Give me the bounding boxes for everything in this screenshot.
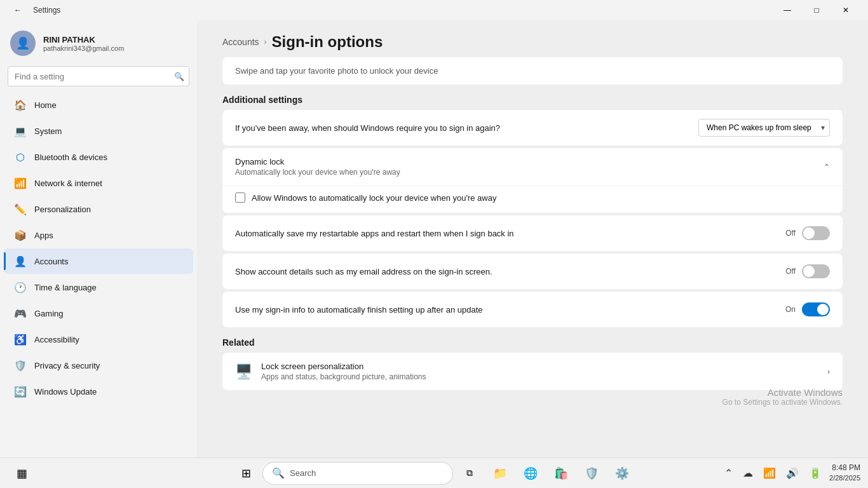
user-name: RINI PATHAK xyxy=(43,35,124,44)
show-account-control: Off xyxy=(785,264,830,278)
related-item-info: Lock screen personalization Apps and sta… xyxy=(261,362,426,381)
related-item-title: Lock screen personalization xyxy=(261,362,426,371)
breadcrumb: Accounts › Sign-in options xyxy=(197,20,868,57)
taskbar-center: ⊞ 🔍 Search ⧉ 📁 🌐 🛍️ 🛡️ ⚙️ xyxy=(232,461,636,486)
sidebar-item-privacy[interactable]: 🛡️ Privacy & security xyxy=(4,353,193,378)
sidebar-item-label: Bluetooth & devices xyxy=(34,152,107,162)
restart-apps-card: Automatically save my restartable apps a… xyxy=(222,215,843,251)
sidebar-item-label: Accessibility xyxy=(34,335,79,344)
network-icon: 📶 xyxy=(14,177,27,189)
dynamic-lock-header[interactable]: Dynamic lock Automatically lock your dev… xyxy=(222,148,843,186)
sidebar-item-bluetooth[interactable]: ⬡ Bluetooth & devices xyxy=(4,144,193,170)
sign-in-info-text: Use my sign-in info to automatically fin… xyxy=(235,305,785,315)
widgets-button[interactable]: ▦ xyxy=(8,461,36,486)
store-button[interactable]: 🛍️ xyxy=(547,461,575,486)
related-lock-screen[interactable]: 🖥️ Lock screen personalization Apps and … xyxy=(222,353,843,390)
wifi-icon[interactable]: 📶 xyxy=(761,464,778,482)
time-icon: 🕐 xyxy=(14,281,27,294)
dynamic-lock-checkbox-row: Allow Windows to automatically lock your… xyxy=(235,193,830,203)
defender-icon: 🛡️ xyxy=(585,466,599,480)
related-label: Related xyxy=(222,337,843,348)
sidebar-search-container: 🔍 xyxy=(8,66,189,86)
back-button[interactable]: ← xyxy=(8,0,28,20)
content-wrapper: Accounts › Sign-in options Swipe and tap… xyxy=(197,20,868,458)
additional-settings-label: Additional settings xyxy=(222,95,843,105)
restart-apps-row: Automatically save my restartable apps a… xyxy=(222,215,843,251)
scrolled-text: Swipe and tap your favorite photo to unl… xyxy=(235,66,438,76)
sidebar-item-time[interactable]: 🕐 Time & language xyxy=(4,274,193,300)
minimize-button[interactable]: — xyxy=(773,0,802,20)
sidebar-item-personalization[interactable]: ✏️ Personalization xyxy=(4,196,193,222)
sign-in-info-toggle[interactable] xyxy=(802,302,830,316)
restart-apps-status: Off xyxy=(785,229,796,238)
sidebar-item-apps[interactable]: 📦 Apps xyxy=(4,222,193,248)
sidebar-item-label: Home xyxy=(34,100,57,110)
speaker-icon[interactable]: 🔊 xyxy=(783,464,801,482)
settings-icon: ⚙️ xyxy=(615,466,629,480)
related-item-subtitle: Apps and status, background picture, ani… xyxy=(261,372,426,381)
show-account-card: Show account details such as my email ad… xyxy=(222,254,843,289)
sidebar-item-label: System xyxy=(34,126,62,136)
settings-content: Swipe and tap your favorite photo to unl… xyxy=(197,57,868,403)
sign-in-prompt-card: If you've been away, when should Windows… xyxy=(222,110,843,146)
sidebar-item-label: Windows Update xyxy=(34,387,97,396)
search-input[interactable] xyxy=(8,66,189,86)
chevron-up-icon: ⌃ xyxy=(824,163,830,172)
accounts-icon: 👤 xyxy=(14,255,27,268)
breadcrumb-parent[interactable]: Accounts xyxy=(222,37,259,47)
update-icon: 🔄 xyxy=(14,385,27,398)
taskbar-search[interactable]: 🔍 Search xyxy=(262,462,453,485)
user-profile: 👤 RINI PATHAK pathakrini343@gmail.com xyxy=(0,20,197,64)
settings-taskbar-button[interactable]: ⚙️ xyxy=(608,461,636,486)
sidebar-item-system[interactable]: 💻 System xyxy=(4,118,193,144)
sidebar-item-accessibility[interactable]: ♿ Accessibility xyxy=(4,327,193,352)
titlebar-left: ← Settings xyxy=(8,0,60,20)
show-account-toggle[interactable] xyxy=(802,264,830,278)
sidebar-item-update[interactable]: 🔄 Windows Update xyxy=(4,379,193,404)
sidebar-item-label: Personalization xyxy=(34,205,91,214)
file-explorer-button[interactable]: 📁 xyxy=(486,461,514,486)
taskbar-right: ⌃ ☁ 📶 🔊 🔋 8:48 PM 2/28/2025 xyxy=(722,463,860,483)
sign-in-prompt-text: If you've been away, when should Windows… xyxy=(235,123,698,133)
sidebar-item-accounts[interactable]: 👤 Accounts xyxy=(4,248,193,274)
scrolled-item: Swipe and tap your favorite photo to unl… xyxy=(222,57,843,85)
dynamic-lock-subtitle: Automatically lock your device when you'… xyxy=(235,168,400,177)
restart-apps-toggle[interactable] xyxy=(802,226,830,240)
chevron-icon[interactable]: ⌃ xyxy=(722,464,735,482)
cloud-icon[interactable]: ☁ xyxy=(740,464,756,482)
taskbar-search-text: Search xyxy=(290,468,316,478)
defender-button[interactable]: 🛡️ xyxy=(578,461,606,486)
sidebar-item-label: Time & language xyxy=(34,283,97,292)
sign-in-prompt-control: When PC wakes up from sleep Every time N… xyxy=(698,119,830,137)
sidebar: 👤 RINI PATHAK pathakrini343@gmail.com 🔍 … xyxy=(0,20,197,458)
titlebar: ← Settings — □ ✕ xyxy=(0,0,868,20)
sign-in-info-status: On xyxy=(785,305,796,314)
show-account-text: Show account details such as my email ad… xyxy=(235,267,785,276)
lock-screen-icon: 🖥️ xyxy=(235,363,252,380)
sidebar-item-home[interactable]: 🏠 Home xyxy=(4,92,193,118)
dynamic-lock-title: Dynamic lock xyxy=(235,157,400,166)
search-icon: 🔍 xyxy=(174,72,184,81)
sign-in-prompt-row: If you've been away, when should Windows… xyxy=(222,110,843,146)
maximize-button[interactable]: □ xyxy=(802,0,831,20)
home-icon: 🏠 xyxy=(14,98,27,111)
app-body: 👤 RINI PATHAK pathakrini343@gmail.com 🔍 … xyxy=(0,20,868,458)
start-button[interactable]: ⊞ xyxy=(232,461,260,486)
close-button[interactable]: ✕ xyxy=(831,0,860,20)
sidebar-item-label: Network & internet xyxy=(34,179,102,188)
dynamic-lock-checkbox[interactable] xyxy=(235,193,245,203)
sign-in-dropdown[interactable]: When PC wakes up from sleep Every time N… xyxy=(698,119,830,137)
sidebar-item-network[interactable]: 📶 Network & internet xyxy=(4,170,193,196)
edge-button[interactable]: 🌐 xyxy=(517,461,545,486)
avatar: 👤 xyxy=(10,30,36,56)
dynamic-lock-info: Dynamic lock Automatically lock your dev… xyxy=(235,157,400,177)
widgets-icon: ▦ xyxy=(17,466,27,480)
sidebar-item-gaming[interactable]: 🎮 Gaming xyxy=(4,301,193,326)
avatar-icon: 👤 xyxy=(16,36,30,50)
sidebar-item-label: Accounts xyxy=(34,257,68,266)
taskview-button[interactable]: ⧉ xyxy=(456,461,484,486)
taskbar-clock[interactable]: 8:48 PM 2/28/2025 xyxy=(829,463,860,483)
system-icon: 💻 xyxy=(14,125,27,137)
battery-icon[interactable]: 🔋 xyxy=(806,464,824,482)
sidebar-nav: 🏠 Home 💻 System ⬡ Bluetooth & devices 📶 … xyxy=(0,92,197,405)
